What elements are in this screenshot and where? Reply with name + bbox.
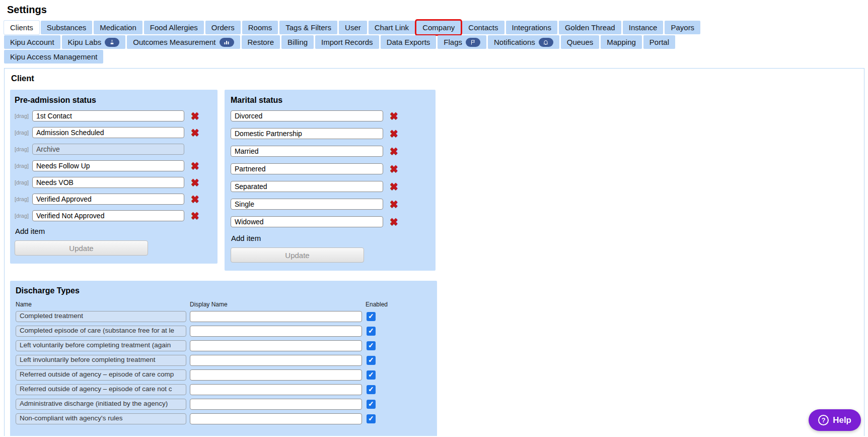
tab[interactable]: Kipu Labs	[62, 35, 126, 49]
tab[interactable]: Mapping	[601, 35, 642, 49]
enabled-checkbox[interactable]	[367, 414, 376, 423]
drag-handle[interactable]: [drag]	[15, 163, 32, 169]
display-name-input[interactable]	[190, 326, 362, 337]
tab[interactable]: Kipu Access Management	[4, 50, 103, 64]
status-name-input[interactable]	[32, 160, 184, 171]
display-name-input[interactable]	[190, 369, 362, 381]
section-title: Client	[11, 74, 864, 83]
status-name-input[interactable]	[231, 146, 383, 157]
tab[interactable]: Instance	[623, 21, 664, 34]
tab[interactable]: Payors	[665, 21, 700, 34]
status-name-input[interactable]	[32, 127, 184, 138]
tab[interactable]: Chart Link	[369, 21, 415, 34]
display-name-input[interactable]	[190, 340, 362, 351]
tab-label: Notifications	[494, 38, 535, 46]
tab[interactable]: Portal	[643, 35, 675, 49]
add-item-link[interactable]: Add item	[231, 234, 261, 242]
display-name-input[interactable]	[190, 384, 362, 395]
drag-handle[interactable]: [drag]	[15, 179, 32, 185]
tab[interactable]: Clients	[4, 21, 39, 34]
enabled-checkbox[interactable]	[367, 400, 376, 409]
settings-tabs: Clients Substances Medication Food Aller…	[4, 21, 868, 64]
tab[interactable]: Food Allergies	[144, 21, 204, 34]
preadmission-item-row: [drag] ✖	[15, 194, 218, 205]
add-item-link[interactable]: Add item	[15, 227, 45, 235]
status-name-input[interactable]	[231, 181, 383, 192]
tab[interactable]: Integrations	[506, 21, 557, 34]
delete-icon[interactable]: ✖	[390, 146, 398, 156]
delete-icon[interactable]: ✖	[191, 161, 199, 171]
tab-label: Payors	[671, 23, 694, 32]
help-button[interactable]: ? Help	[809, 409, 861, 431]
status-name-input[interactable]	[32, 177, 184, 188]
discharge-name-field: Non-compliant with agency's rules	[16, 413, 186, 424]
tab-label: Orders	[211, 23, 235, 32]
discharge-name-field: Completed episode of care (substance fre…	[16, 326, 186, 337]
status-name-input[interactable]	[231, 110, 383, 121]
enabled-checkbox[interactable]	[367, 356, 376, 365]
discharge-type-row: Administrative discharge (initiated by t…	[16, 399, 431, 410]
marital-item-row: ✖	[231, 110, 436, 121]
status-name-input[interactable]	[32, 110, 184, 121]
tab[interactable]: User	[339, 21, 367, 34]
status-name-input[interactable]	[231, 163, 383, 174]
status-name-input[interactable]	[32, 194, 184, 205]
enabled-checkbox[interactable]	[367, 341, 376, 350]
tab[interactable]: Outcomes Measurement	[127, 35, 240, 49]
tab-label: Instance	[629, 23, 658, 32]
enabled-checkbox[interactable]	[367, 385, 376, 394]
update-button[interactable]: Update	[15, 240, 148, 256]
delete-icon[interactable]: ✖	[390, 129, 398, 139]
drag-handle[interactable]: [drag]	[15, 213, 32, 219]
enabled-checkbox[interactable]	[367, 312, 376, 321]
status-name-input[interactable]	[231, 199, 383, 210]
tab[interactable]: Orders	[205, 21, 241, 34]
delete-icon[interactable]: ✖	[191, 194, 199, 204]
page-title: Settings	[7, 4, 868, 16]
delete-icon[interactable]: ✖	[191, 128, 199, 138]
tab[interactable]: Golden Thread	[559, 21, 621, 34]
discharge-type-row: Completed episode of care (substance fre…	[16, 326, 431, 337]
delete-icon[interactable]: ✖	[191, 177, 199, 188]
delete-icon[interactable]: ✖	[191, 111, 199, 121]
drag-handle[interactable]: [drag]	[15, 130, 32, 136]
display-name-input[interactable]	[190, 399, 362, 410]
tab[interactable]: Billing	[281, 35, 314, 49]
delete-icon[interactable]: ✖	[191, 211, 199, 221]
delete-icon[interactable]: ✖	[390, 164, 398, 174]
tab[interactable]: Medication	[94, 21, 142, 34]
display-name-input[interactable]	[190, 413, 362, 424]
tab-label: Medication	[100, 23, 136, 32]
tab[interactable]: Flags	[438, 35, 486, 49]
tab-row-3: Kipu Access Management	[4, 50, 868, 64]
delete-icon[interactable]: ✖	[390, 199, 398, 209]
status-name-input[interactable]	[32, 144, 184, 155]
tab[interactable]: Notifications	[488, 35, 559, 49]
status-name-input[interactable]	[32, 210, 184, 221]
display-name-input[interactable]	[190, 355, 362, 366]
delete-icon[interactable]: ✖	[390, 217, 398, 227]
display-name-input[interactable]	[190, 311, 362, 322]
drag-handle[interactable]: [drag]	[15, 196, 32, 202]
update-button[interactable]: Update	[231, 247, 364, 263]
tab[interactable]: Tags & Filters	[279, 21, 337, 34]
tab[interactable]: Contacts	[462, 21, 504, 34]
delete-icon[interactable]: ✖	[390, 111, 398, 121]
tab[interactable]: Queues	[561, 35, 600, 49]
tab-label: Kipu Account	[10, 38, 54, 46]
enabled-checkbox[interactable]	[367, 370, 376, 380]
discharge-type-row: Non-compliant with agency's rules	[16, 413, 431, 424]
enabled-checkbox[interactable]	[367, 327, 376, 336]
tab[interactable]: Data Exports	[381, 35, 437, 49]
tab[interactable]: Company	[416, 21, 461, 34]
status-name-input[interactable]	[231, 216, 383, 227]
delete-icon[interactable]: ✖	[390, 181, 398, 192]
tab[interactable]: Restore	[242, 35, 280, 49]
drag-handle[interactable]: [drag]	[15, 113, 32, 119]
tab[interactable]: Rooms	[242, 21, 278, 34]
tab[interactable]: Import Records	[315, 35, 379, 49]
tab[interactable]: Kipu Account	[4, 35, 60, 49]
status-name-input[interactable]	[231, 128, 383, 139]
drag-handle[interactable]: [drag]	[15, 146, 32, 152]
tab[interactable]: Substances	[41, 21, 92, 34]
